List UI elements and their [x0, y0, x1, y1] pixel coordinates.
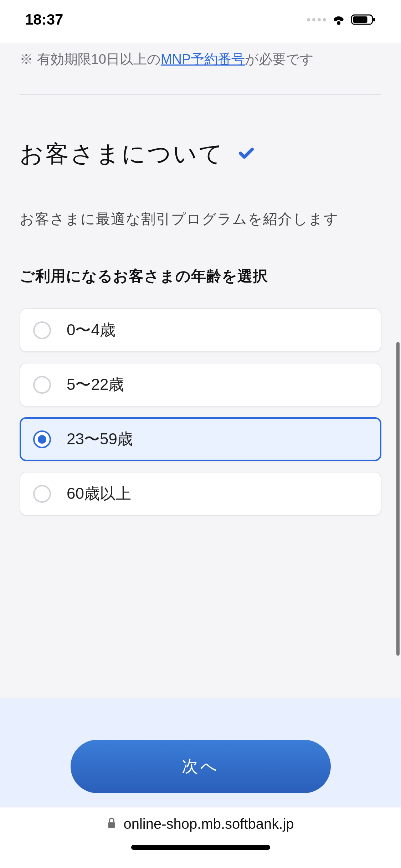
age-option-label: 60歳以上 [67, 483, 131, 504]
section-title: お客さまについて [20, 138, 224, 170]
status-time: 18:37 [25, 11, 63, 28]
radio-icon [33, 430, 51, 448]
mnp-link[interactable]: MNP予約番号 [161, 52, 245, 67]
age-field-label: ご利用になるお客さまの年齢を選択 [20, 266, 381, 286]
svg-rect-1 [353, 16, 367, 23]
main-content: ※ 有効期限10日以上のMNP予約番号が必要です お客さまについて お客さまに最… [0, 43, 401, 516]
check-icon [238, 147, 254, 161]
age-option-3[interactable]: 60歳以上 [20, 472, 381, 516]
mnp-note: ※ 有効期限10日以上のMNP予約番号が必要です [20, 43, 381, 94]
age-option-0[interactable]: 0〜4歳 [20, 308, 381, 352]
home-indicator[interactable] [131, 845, 270, 850]
footer: 次へ online-shop.mb.softbank.jp [0, 698, 401, 868]
age-option-label: 23〜59歳 [67, 429, 133, 450]
lock-icon [107, 816, 116, 832]
note-prefix: ※ 有効期限10日以上の [20, 52, 161, 67]
browser-bar: online-shop.mb.softbank.jp [0, 807, 401, 868]
status-indicators [307, 14, 376, 26]
radio-icon [33, 376, 51, 394]
wifi-icon [331, 14, 346, 25]
age-option-list: 0〜4歳5〜22歳23〜59歳60歳以上 [20, 308, 381, 516]
section-description: お客さまに最適な割引プログラムを紹介します [20, 209, 381, 229]
age-option-1[interactable]: 5〜22歳 [20, 363, 381, 407]
svg-rect-2 [373, 18, 375, 21]
note-suffix: が必要です [245, 52, 314, 67]
radio-icon [33, 321, 51, 339]
status-bar: 18:37 [0, 0, 401, 43]
age-option-2[interactable]: 23〜59歳 [20, 417, 381, 461]
divider [20, 94, 381, 95]
radio-icon [33, 485, 51, 503]
scrollbar[interactable] [396, 342, 400, 656]
url-text: online-shop.mb.softbank.jp [123, 816, 294, 832]
next-button[interactable]: 次へ [71, 740, 331, 793]
url-row[interactable]: online-shop.mb.softbank.jp [107, 816, 294, 832]
age-option-label: 5〜22歳 [67, 374, 124, 395]
cell-signal-dots [307, 18, 326, 21]
battery-icon [351, 14, 376, 26]
svg-rect-3 [108, 822, 115, 828]
section-header: お客さまについて [20, 138, 381, 170]
age-option-label: 0〜4歳 [67, 320, 115, 341]
